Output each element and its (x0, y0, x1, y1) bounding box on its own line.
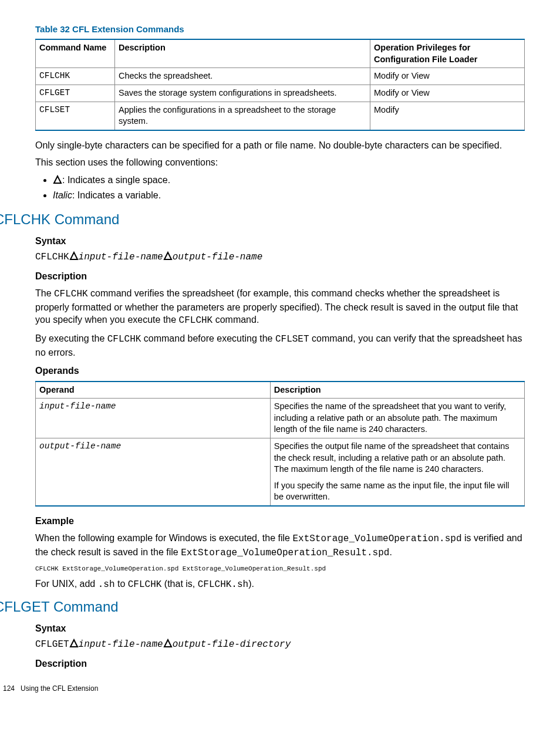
footer-text: Using the CFL Extension (21, 684, 98, 693)
heading-cflchk: CFLCHK Command (0, 210, 525, 229)
italic-label: Italic (53, 190, 72, 200)
heading-cflget: CFLGET Command (0, 598, 525, 616)
table-cell: Saves the storage system configurations … (115, 85, 370, 102)
paragraph: When the following example for Windows i… (35, 532, 525, 559)
delta-icon (69, 639, 79, 648)
delta-icon (69, 251, 79, 261)
table-cell: Applies the configurations in a spreadsh… (115, 102, 370, 130)
syntax-line: CFLGETinput-file-nameoutput-file-directo… (35, 639, 525, 652)
subheading-description: Description (35, 270, 525, 283)
delta-icon (163, 251, 173, 261)
list-item: Italic: Indicates a variable. (53, 189, 525, 202)
table-cell: CFLCHK (36, 68, 115, 85)
syntax-arg: output-file-name (173, 252, 263, 262)
syntax-command: CFLCHK (35, 252, 69, 262)
th-operand: Operand (36, 382, 271, 399)
syntax-line: CFLCHKinput-file-nameoutput-file-name (35, 251, 525, 264)
syntax-command: CFLGET (35, 639, 69, 650)
table-cell: Modify or View (370, 85, 525, 102)
page-number: 124 (3, 684, 15, 693)
text: : Indicates a variable. (72, 190, 161, 200)
subheading-syntax: Syntax (35, 235, 525, 248)
table-cell: Modify (370, 102, 525, 130)
subheading-syntax: Syntax (35, 622, 525, 635)
subheading-operands: Operands (35, 364, 525, 377)
syntax-arg: input-file-name (79, 639, 163, 650)
th-description: Description (270, 382, 524, 399)
paragraph: This section uses the following conventi… (35, 156, 525, 169)
paragraph: For UNIX, add .sh to CFLCHK (that is, CF… (35, 578, 525, 592)
delta-icon (163, 639, 173, 648)
syntax-arg: output-file-directory (173, 639, 291, 650)
table-title: Table 32 CFL Extension Commands (35, 23, 525, 35)
table-cell: Modify or View (370, 68, 525, 85)
th-description: Description (115, 39, 370, 68)
table-cell: output-file-name (36, 438, 271, 505)
table-cell: CFLGET (36, 85, 115, 102)
table-cell: Specifies the output file name of the sp… (270, 438, 524, 505)
page-footer: 124 Using the CFL Extension (3, 684, 525, 693)
code-example: CFLCHK ExtStorage_VolumeOperation.spd Ex… (35, 565, 525, 573)
table-32: Command Name Description Operation Privi… (35, 39, 525, 130)
subheading-description: Description (35, 657, 525, 670)
paragraph: The CFLCHK command verifies the spreadsh… (35, 287, 525, 328)
table-cell: input-file-name (36, 399, 271, 438)
subheading-example: Example (35, 515, 525, 528)
conventions-list: : Indicates a single space. Italic: Indi… (35, 174, 525, 202)
paragraph: By executing the CFLCHK command before e… (35, 332, 525, 359)
delta-icon (53, 175, 62, 184)
syntax-arg: input-file-name (79, 252, 163, 262)
th-command-name: Command Name (36, 39, 115, 68)
list-item: : Indicates a single space. (53, 174, 525, 187)
text: : Indicates a single space. (62, 175, 170, 185)
table-cell: CFLSET (36, 102, 115, 130)
th-privileges: Operation Privileges for Configuration F… (370, 39, 525, 68)
table-cell: Specifies the name of the spreadsheet th… (270, 399, 524, 438)
operands-table: Operand Description input-file-name Spec… (35, 381, 525, 507)
table-cell: Checks the spreadsheet. (115, 68, 370, 85)
paragraph: Only single-byte characters can be speci… (35, 139, 525, 152)
